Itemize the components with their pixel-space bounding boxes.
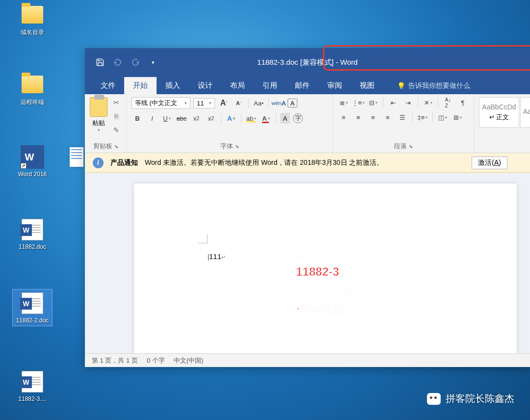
shrink-font-button[interactable]: Aˇ xyxy=(233,98,244,108)
desktop-icon-domain-dir[interactable]: 域名目录 xyxy=(13,3,52,37)
wechat-icon xyxy=(427,393,441,405)
tab-design[interactable]: 设计 xyxy=(189,77,221,94)
document-text[interactable]: |111↵ xyxy=(208,252,226,261)
word-doc-icon: W xyxy=(22,292,43,314)
lightbulb-icon: 💡 xyxy=(397,82,405,90)
enclose-characters-button[interactable]: 字 xyxy=(293,113,303,123)
undo-button[interactable] xyxy=(112,57,123,68)
style-item[interactable]: AaE xyxy=(520,97,530,128)
tab-file[interactable]: 文件 xyxy=(92,77,124,94)
folder-icon xyxy=(22,6,43,24)
copy-button[interactable] xyxy=(111,112,121,121)
group-font: 等线 (中文正文▾ 11▾ Aˆ Aˇ Aa▾ wénA A B I U abc… xyxy=(127,94,333,153)
tab-references[interactable]: 引用 xyxy=(254,77,286,94)
grow-font-button[interactable]: Aˆ xyxy=(218,98,230,108)
margin-marker xyxy=(198,235,208,243)
format-painter-button[interactable] xyxy=(111,126,121,134)
document-area[interactable]: |111↵ 打开 11882-3文 件，没有弹 框等动作 xyxy=(85,173,530,353)
multilevel-list-button[interactable]: ⊟ xyxy=(367,97,379,108)
strikethrough-button[interactable]: abc xyxy=(176,113,187,124)
align-left-button[interactable]: ≡ xyxy=(338,112,349,123)
borders-button[interactable]: ⊞ xyxy=(451,112,463,123)
shading-button[interactable]: ◫ xyxy=(437,112,449,123)
watermark: 拼客院长陈鑫杰 xyxy=(427,392,514,405)
status-page[interactable]: 第 1 页，共 1 页 xyxy=(92,356,138,365)
cut-button[interactable] xyxy=(111,98,121,107)
redo-button[interactable] xyxy=(130,57,141,68)
desktop-icon-remote-terminal[interactable]: 远程终端 xyxy=(13,73,52,106)
ribbon: 粘贴 ▾ 剪贴板⬊ 等线 (中文正文▾ 11▾ Aˆ Aˇ xyxy=(85,94,530,153)
italic-button[interactable]: I xyxy=(146,113,158,124)
notice-text: Word 未激活。若要无中断地继续使用 Word，请在 2018年3月30日 之… xyxy=(145,158,383,167)
subscript-button[interactable]: x2 xyxy=(190,113,202,124)
highlight-button[interactable]: ab xyxy=(245,113,257,124)
font-color-button[interactable]: A xyxy=(260,113,272,124)
folder-icon xyxy=(22,76,43,93)
increase-indent-button[interactable]: ⇥ xyxy=(402,97,414,108)
status-language[interactable]: 中文(中国) xyxy=(174,356,204,365)
tab-review[interactable]: 审阅 xyxy=(318,77,351,94)
asian-layout-button[interactable]: ✕ xyxy=(422,97,434,108)
desktop-icon-11882-3-doc[interactable]: W 11882-3.... xyxy=(13,370,52,402)
activation-notice-bar: i 产品通知 Word 未激活。若要无中断地继续使用 Word，请在 2018年… xyxy=(85,153,530,173)
change-case-button[interactable]: Aa▾ xyxy=(253,98,265,108)
show-marks-button[interactable]: ¶ xyxy=(457,97,469,108)
tell-me-search[interactable]: 💡 告诉我你想要做什么 xyxy=(388,78,479,94)
statusbar: 第 1 页，共 1 页 0 个字 中文(中国) xyxy=(85,353,530,367)
tab-view[interactable]: 视图 xyxy=(351,77,383,94)
bold-button[interactable]: B xyxy=(132,113,143,124)
desktop-icon-label: 11882.doc xyxy=(13,243,52,250)
font-name-select[interactable]: 等线 (中文正文▾ xyxy=(132,97,190,109)
desktop-icon-label: 11882-2.doc xyxy=(13,317,52,324)
dialog-launcher-icon[interactable]: ⬊ xyxy=(235,144,239,149)
group-paragraph: ≣ ⋮≡ ⊟ ⇤ ⇥ ✕ A↓Z ¶ ≡ ≡ ≡ ≡ ☰ xyxy=(333,94,474,153)
dialog-launcher-icon[interactable]: ⬊ xyxy=(409,144,413,149)
text-effects-button[interactable]: A xyxy=(225,113,237,124)
bullets-button[interactable]: ≣ xyxy=(338,97,349,108)
font-size-select[interactable]: 11▾ xyxy=(193,98,215,108)
character-shading-button[interactable]: A xyxy=(280,113,290,124)
word-app-icon: W↗ xyxy=(21,145,44,169)
word-doc-icon: W xyxy=(22,219,43,240)
phonetic-guide-button[interactable]: wénA xyxy=(273,98,285,108)
ribbon-tabs: 文件 开始 插入 设计 布局 引用 邮件 审阅 视图 💡 告诉我你想要做什么 xyxy=(85,77,530,94)
info-icon: i xyxy=(93,158,104,168)
desktop-icon-11882-2-doc[interactable]: W 11882-2.doc xyxy=(13,289,52,326)
dialog-launcher-icon[interactable]: ⬊ xyxy=(114,144,118,149)
justify-button[interactable]: ≡ xyxy=(382,112,394,123)
notice-label: 产品通知 xyxy=(110,158,138,167)
tab-layout[interactable]: 布局 xyxy=(221,77,254,94)
superscript-button[interactable]: x2 xyxy=(205,113,217,124)
distributed-button[interactable]: ☰ xyxy=(397,112,408,123)
line-spacing-button[interactable]: ‡≡ xyxy=(417,112,428,123)
paste-button[interactable]: 粘贴 ▾ xyxy=(90,97,107,132)
word-window: ▾ 11882-3.doc [兼容模式] - Word 文件 开始 插入 设计 … xyxy=(85,48,530,367)
style-normal[interactable]: AaBbCcDd ↵ 正文 xyxy=(479,97,519,128)
qat-customize-button[interactable]: ▾ xyxy=(148,57,159,68)
desktop-icon-word2016[interactable]: W↗ Word 2016 xyxy=(13,145,52,178)
sort-button[interactable]: A↓Z xyxy=(442,97,454,108)
tab-home[interactable]: 开始 xyxy=(124,77,157,94)
window-title: 11882-3.doc [兼容模式] - Word xyxy=(257,58,358,67)
activate-button[interactable]: 激活(A) xyxy=(472,157,507,169)
desktop-icon-label: 远程终端 xyxy=(13,98,52,106)
desktop-icon-11882-doc[interactable]: W 11882.doc xyxy=(13,218,52,250)
desktop-icon-label: 域名目录 xyxy=(13,28,52,37)
character-border-button[interactable]: A xyxy=(288,99,297,107)
desktop-icon-label: 11882-3.... xyxy=(13,395,52,402)
align-center-button[interactable]: ≡ xyxy=(352,112,364,123)
shortcut-icon: ↗ xyxy=(21,163,26,169)
group-clipboard: 粘贴 ▾ 剪贴板⬊ xyxy=(85,94,127,153)
tab-insert[interactable]: 插入 xyxy=(157,77,189,94)
align-right-button[interactable]: ≡ xyxy=(367,112,379,123)
quick-access-toolbar: ▾ xyxy=(85,57,159,68)
save-button[interactable] xyxy=(95,57,106,68)
numbering-button[interactable]: ⋮≡ xyxy=(352,97,364,108)
clipboard-icon xyxy=(90,97,107,117)
annotation-text: 打开 11882-3文 件，没有弹 框等动作 xyxy=(296,244,355,319)
underline-button[interactable]: U xyxy=(161,113,173,124)
status-word-count[interactable]: 0 个字 xyxy=(147,356,165,365)
tab-mailings[interactable]: 邮件 xyxy=(286,77,318,94)
decrease-indent-button[interactable]: ⇤ xyxy=(387,97,399,108)
titlebar: ▾ 11882-3.doc [兼容模式] - Word xyxy=(85,48,530,77)
